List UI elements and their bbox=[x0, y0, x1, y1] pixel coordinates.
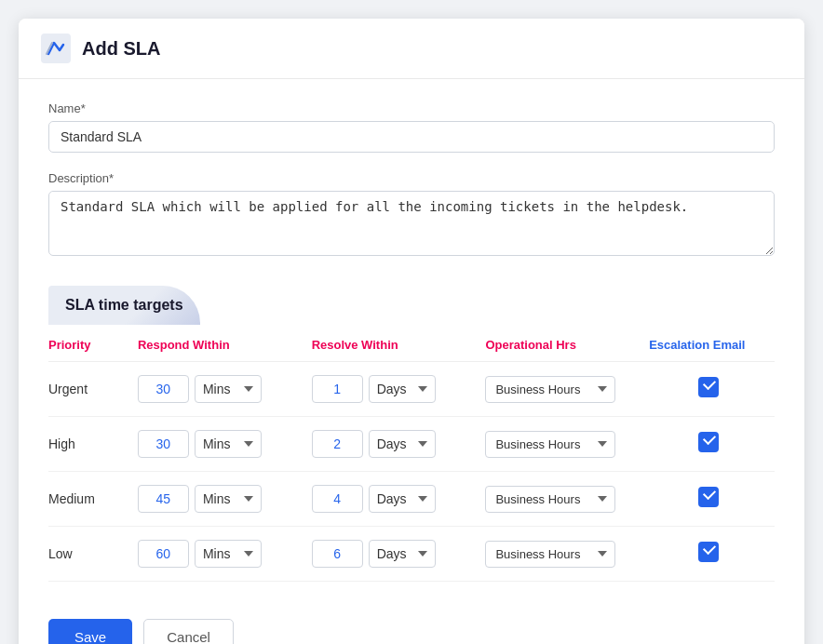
resolve-unit-select-1[interactable]: MinsHoursDays bbox=[369, 430, 436, 458]
respond-cell-1: MinsHoursDays bbox=[130, 417, 304, 472]
resolve-cell-3: MinsHoursDays bbox=[304, 527, 479, 582]
table-row: MediumMinsHoursDaysMinsHoursDaysBusiness… bbox=[48, 472, 775, 527]
respond-cell-0: MinsHoursDays bbox=[130, 362, 304, 417]
respond-unit-select-0[interactable]: MinsHoursDays bbox=[195, 375, 262, 403]
respond-cell-3: MinsHoursDays bbox=[130, 527, 304, 582]
table-row: LowMinsHoursDaysMinsHoursDaysBusiness Ho… bbox=[48, 527, 775, 582]
sla-section: SLA time targets Priority Respond Within… bbox=[48, 286, 775, 582]
escalation-checkbox-1[interactable] bbox=[698, 432, 719, 452]
sla-section-title: SLA time targets bbox=[65, 297, 183, 313]
col-resolve: Resolve Within bbox=[304, 325, 479, 362]
respond-value-input-3[interactable] bbox=[138, 540, 189, 568]
modal-footer: Save Cancel bbox=[19, 604, 804, 644]
respond-unit-select-1[interactable]: MinsHoursDays bbox=[195, 430, 262, 458]
escalation-checkbox-2[interactable] bbox=[698, 487, 719, 507]
ops-select-3[interactable]: Business HoursCalendar Hours24/7 bbox=[485, 541, 615, 568]
escalation-cell-0 bbox=[641, 362, 775, 417]
respond-unit-select-3[interactable]: MinsHoursDays bbox=[195, 540, 262, 568]
resolve-cell-1: MinsHoursDays bbox=[304, 417, 479, 472]
description-group: Description* bbox=[48, 171, 775, 260]
escalation-cell-2 bbox=[641, 472, 775, 527]
save-button[interactable]: Save bbox=[48, 619, 132, 644]
ops-cell-0: Business HoursCalendar Hours24/7 bbox=[478, 362, 641, 417]
col-ops: Operational Hrs bbox=[478, 325, 641, 362]
svg-rect-0 bbox=[41, 34, 71, 63]
ops-select-0[interactable]: Business HoursCalendar Hours24/7 bbox=[485, 376, 615, 403]
priority-cell-0: Urgent bbox=[48, 362, 130, 417]
table-row: UrgentMinsHoursDaysMinsHoursDaysBusiness… bbox=[48, 362, 775, 417]
resolve-value-input-1[interactable] bbox=[312, 430, 363, 458]
ops-cell-2: Business HoursCalendar Hours24/7 bbox=[478, 472, 641, 527]
resolve-value-input-3[interactable] bbox=[312, 540, 363, 568]
escalation-cell-3 bbox=[641, 527, 775, 582]
ops-select-2[interactable]: Business HoursCalendar Hours24/7 bbox=[485, 486, 615, 513]
cancel-button[interactable]: Cancel bbox=[143, 619, 234, 644]
modal-body: Name* Description* SLA time targets Prio… bbox=[19, 79, 804, 604]
col-escalation: Escalation Email bbox=[641, 325, 775, 362]
respond-value-input-1[interactable] bbox=[138, 430, 189, 458]
sla-table: Priority Respond Within Resolve Within O… bbox=[48, 325, 775, 582]
respond-unit-select-2[interactable]: MinsHoursDays bbox=[195, 485, 262, 513]
escalation-checkbox-0[interactable] bbox=[698, 377, 719, 397]
table-row: HighMinsHoursDaysMinsHoursDaysBusiness H… bbox=[48, 417, 775, 472]
resolve-unit-select-2[interactable]: MinsHoursDays bbox=[369, 485, 436, 513]
sla-section-header: SLA time targets bbox=[48, 286, 200, 325]
escalation-cell-1 bbox=[641, 417, 775, 472]
col-priority: Priority bbox=[48, 325, 130, 362]
name-group: Name* bbox=[48, 101, 775, 153]
priority-cell-2: Medium bbox=[48, 472, 130, 527]
resolve-value-input-0[interactable] bbox=[312, 375, 363, 403]
resolve-unit-select-3[interactable]: MinsHoursDays bbox=[369, 540, 436, 568]
name-label: Name* bbox=[48, 101, 775, 115]
name-input[interactable] bbox=[48, 121, 775, 153]
ops-select-1[interactable]: Business HoursCalendar Hours24/7 bbox=[485, 431, 615, 458]
priority-cell-1: High bbox=[48, 417, 130, 472]
respond-value-input-0[interactable] bbox=[138, 375, 189, 403]
add-sla-modal: Add SLA Name* Description* SLA time targ… bbox=[19, 19, 804, 644]
description-label: Description* bbox=[48, 171, 775, 185]
resolve-cell-2: MinsHoursDays bbox=[304, 472, 479, 527]
modal-header: Add SLA bbox=[19, 19, 804, 79]
logo-icon bbox=[41, 34, 71, 63]
escalation-checkbox-3[interactable] bbox=[698, 542, 719, 562]
table-header-row: Priority Respond Within Resolve Within O… bbox=[48, 325, 775, 362]
ops-cell-1: Business HoursCalendar Hours24/7 bbox=[478, 417, 641, 472]
description-input[interactable] bbox=[48, 191, 775, 256]
page-title: Add SLA bbox=[82, 38, 160, 60]
col-respond: Respond Within bbox=[130, 325, 304, 362]
respond-cell-2: MinsHoursDays bbox=[130, 472, 304, 527]
resolve-unit-select-0[interactable]: MinsHoursDays bbox=[369, 375, 436, 403]
ops-cell-3: Business HoursCalendar Hours24/7 bbox=[478, 527, 641, 582]
resolve-cell-0: MinsHoursDays bbox=[304, 362, 479, 417]
priority-cell-3: Low bbox=[48, 527, 130, 582]
respond-value-input-2[interactable] bbox=[138, 485, 189, 513]
resolve-value-input-2[interactable] bbox=[312, 485, 363, 513]
